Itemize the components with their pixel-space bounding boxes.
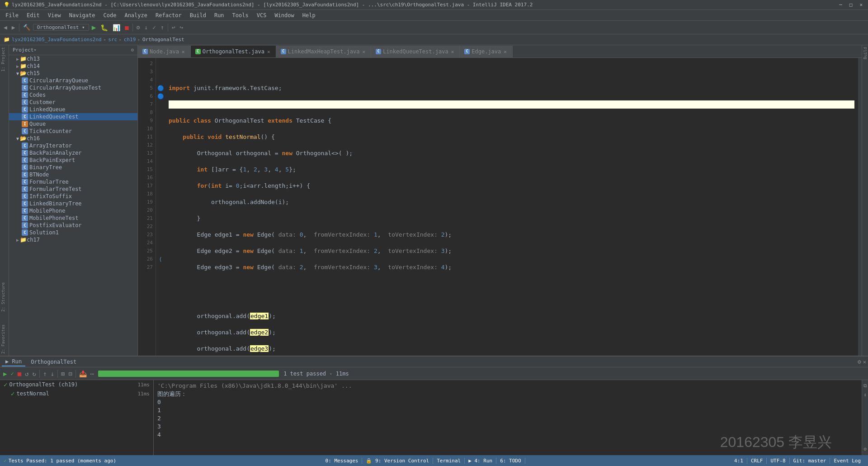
status-line-ending[interactable]: CRLF xyxy=(747,458,767,464)
right-panel-build[interactable]: Build xyxy=(863,45,868,61)
close-button[interactable]: ✕ xyxy=(858,2,864,8)
run-collapse-btn[interactable]: ⊟ xyxy=(67,369,73,378)
menu-build[interactable]: Build xyxy=(186,11,210,19)
status-todo[interactable]: 6: TODO xyxy=(496,458,525,464)
menu-vcs[interactable]: VCS xyxy=(253,11,270,19)
sidebar-project-label[interactable]: 1: Project xyxy=(0,45,9,73)
toolbar-run[interactable]: ▶ xyxy=(90,22,98,33)
status-git[interactable]: Git: master xyxy=(790,458,830,464)
tab-node-java-close[interactable]: ✕ xyxy=(181,49,186,55)
tree-BinaryTree[interactable]: C BinaryTree xyxy=(9,164,137,171)
code-editor[interactable]: 2 3 4 5 6 7 8 9 10 11 12 13 14 15 16 17 … xyxy=(138,58,862,356)
tree-InfixToSuffix[interactable]: C InfixToSuffix xyxy=(9,193,137,200)
tree-Codes[interactable]: C Codes xyxy=(9,91,137,99)
toolbar-run-config[interactable]: OrthogonalTest ▾ xyxy=(33,24,89,31)
tree-ch15[interactable]: ▼ 📂 ch15 xyxy=(9,70,137,77)
tree-ch17[interactable]: ▶ 📁 ch17 xyxy=(9,236,137,243)
tree-BackPainExpert[interactable]: C BackPainExpert xyxy=(9,157,137,164)
sidebar-favorites-label[interactable]: 2: Favorites xyxy=(0,323,9,356)
toolbar-debug[interactable]: 🐛 xyxy=(99,23,110,32)
run-rerun-btn[interactable]: ↺ xyxy=(24,369,30,378)
menu-window[interactable]: Window xyxy=(271,11,297,19)
tab-edge[interactable]: C Edge.java ✕ xyxy=(460,46,513,57)
toolbar-settings[interactable]: ⚙ xyxy=(135,23,142,32)
tree-LinkedQueue[interactable]: C LinkedQueue xyxy=(9,106,137,113)
menu-tools[interactable]: Tools xyxy=(229,11,252,19)
bottom-settings-btn[interactable]: ⚙ xyxy=(858,358,861,365)
menu-analyze[interactable]: Analyze xyxy=(121,11,151,19)
test-item-orthogonal[interactable]: ✓ OrthogonalTest (ch19) 11ms xyxy=(0,380,153,389)
run-stop-btn[interactable]: ■ xyxy=(16,369,23,378)
tree-gear[interactable]: ⚙ xyxy=(131,47,134,53)
menu-edit[interactable]: Edit xyxy=(23,11,43,19)
toolbar-build[interactable]: 🔨 xyxy=(21,23,32,32)
run-prev-btn[interactable]: ↑ xyxy=(42,369,48,378)
output-settings-btn[interactable]: ⚙ xyxy=(863,445,867,453)
breadcrumb-ch19[interactable]: ch19 xyxy=(124,37,136,43)
tree-BackPainAnalyzer[interactable]: C BackPainAnalyzer xyxy=(9,149,137,157)
menu-navigate[interactable]: Navigate xyxy=(66,11,99,19)
status-event-log[interactable]: Event Log xyxy=(830,458,864,464)
tree-BTNode[interactable]: C BTNode xyxy=(9,171,137,178)
tree-Customer[interactable]: C Customer xyxy=(9,99,137,106)
tree-ch13[interactable]: ▶ 📁 ch13 xyxy=(9,55,137,62)
tab-linkedqueue[interactable]: C LinkedQueueTest.java ✕ xyxy=(371,46,460,57)
tree-PostfixEvaluator[interactable]: C PostfixEvaluator xyxy=(9,222,137,229)
tree-Solution1[interactable]: C Solution1 xyxy=(9,229,137,236)
tree-MobilePhoneTest[interactable]: C MobilePhoneTest xyxy=(9,214,137,222)
menu-help[interactable]: Help xyxy=(299,11,319,19)
bottom-test-name[interactable]: OrthogonalTest xyxy=(27,358,80,366)
output-copy-btn[interactable]: ⧉ xyxy=(863,382,867,390)
toolbar-undo[interactable]: ↩ xyxy=(170,23,177,32)
status-encoding[interactable]: UTF-8 xyxy=(767,458,789,464)
toolbar-redo[interactable]: ↪ xyxy=(178,23,185,32)
tab-linkedqueue-close[interactable]: ✕ xyxy=(450,49,455,55)
minimize-button[interactable]: ─ xyxy=(837,2,844,8)
toolbar-vcs-push[interactable]: ↑ xyxy=(159,23,166,32)
tree-CircularArrayQueue[interactable]: C CircularArrayQueue xyxy=(9,77,137,84)
sidebar-structure-label[interactable]: 2: Structure xyxy=(0,281,9,314)
run-play-btn[interactable]: ▶ xyxy=(2,369,8,378)
run-expand-btn[interactable]: ⊞ xyxy=(60,369,66,378)
tab-linkedmaxheap-close[interactable]: ✕ xyxy=(362,49,367,55)
run-settings-btn[interactable]: ⋯ xyxy=(89,369,95,378)
bottom-tab-run[interactable]: ▶ Run xyxy=(2,357,25,366)
tab-node-java[interactable]: C Node.java ✕ xyxy=(138,46,191,57)
run-rerun-failed-btn[interactable]: ↻ xyxy=(31,369,38,378)
menu-refactor[interactable]: Refactor xyxy=(152,11,185,19)
breadcrumb-src[interactable]: src xyxy=(108,37,117,43)
menu-view[interactable]: View xyxy=(44,11,65,19)
tab-orthogonal-close[interactable]: ✕ xyxy=(266,49,271,55)
status-messages[interactable]: 0: Messages xyxy=(322,458,363,464)
tree-LinkedQueueTest[interactable]: C LinkedQueueTest xyxy=(9,113,137,120)
tab-orthogonal-test[interactable]: C OrthogonalTest.java ✕ xyxy=(191,46,276,57)
status-run[interactable]: ▶ 4: Run xyxy=(465,458,496,464)
tree-LinkedBinaryTree[interactable]: C LinkedBinaryTree xyxy=(9,200,137,207)
tree-MobilePhone[interactable]: C MobilePhone xyxy=(9,207,137,214)
toolbar-forward[interactable]: ▶ xyxy=(10,23,17,32)
toolbar-back[interactable]: ◀ xyxy=(2,23,9,32)
menu-file[interactable]: File xyxy=(2,11,22,19)
toolbar-stop[interactable]: ■ xyxy=(123,23,130,32)
run-next-btn[interactable]: ↓ xyxy=(49,369,55,378)
toolbar-vcs-commit[interactable]: ✓ xyxy=(151,23,158,32)
menu-run[interactable]: Run xyxy=(211,11,228,19)
tree-ch14[interactable]: ▶ 📁 ch14 xyxy=(9,62,137,70)
breadcrumb-project[interactable]: lyx20162305_JavaFoundations2nd xyxy=(12,37,102,43)
code-content[interactable]: import junit.framework.TestCase; public … xyxy=(165,58,858,356)
status-vcs[interactable]: 🔒 9: Version Control xyxy=(362,458,433,464)
run-export-btn[interactable]: 📤 xyxy=(78,369,88,378)
toolbar-vcs-update[interactable]: ↓ xyxy=(143,23,150,32)
bottom-close-btn[interactable]: ✕ xyxy=(863,359,866,365)
status-terminal[interactable]: Terminal xyxy=(433,458,465,464)
tree-CircularArrayQueueTest[interactable]: C CircularArrayQueueTest xyxy=(9,84,137,91)
tree-ArrayIterator[interactable]: C ArrayIterator xyxy=(9,142,137,149)
output-scroll-btn[interactable]: ↕ xyxy=(863,391,867,399)
tab-linkedmaxheap[interactable]: C LinkedMaxHeapTest.java ✕ xyxy=(276,46,372,57)
toolbar-coverage[interactable]: 📊 xyxy=(111,23,122,32)
tree-Queue[interactable]: I Queue xyxy=(9,120,137,128)
tree-FormularTreeTest[interactable]: C FormularTreeTest xyxy=(9,185,137,193)
tree-TicketCounter[interactable]: C TicketCounter xyxy=(9,128,137,135)
maximize-button[interactable]: □ xyxy=(848,2,854,8)
test-item-testNormal[interactable]: ✓ testNormal 11ms xyxy=(0,389,153,398)
